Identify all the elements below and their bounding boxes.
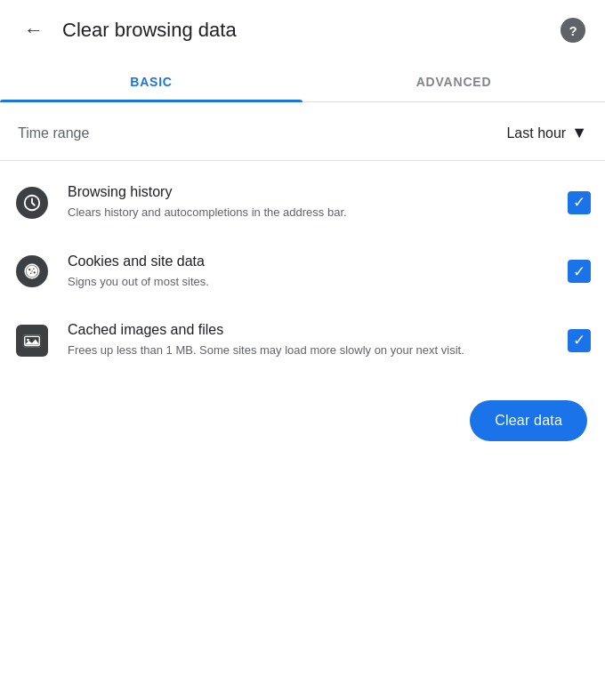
- help-button[interactable]: ?: [555, 12, 591, 48]
- cached-item[interactable]: Cached images and files Frees up less th…: [0, 306, 605, 375]
- clear-data-button[interactable]: Clear data: [470, 400, 587, 441]
- svg-point-7: [30, 273, 32, 275]
- svg-point-5: [33, 269, 35, 270]
- svg-point-13: [27, 338, 29, 341]
- help-icon: ?: [561, 18, 585, 43]
- image-icon: [14, 323, 50, 358]
- cookies-desc: Signs you out of most sites.: [68, 273, 550, 291]
- checkmark-icon: ✓: [573, 195, 585, 210]
- svg-point-8: [31, 271, 32, 272]
- chevron-down-icon: ▼: [571, 124, 587, 142]
- data-items-list: Browsing history Clears history and auto…: [0, 161, 605, 382]
- checkmark-icon: ✓: [573, 333, 585, 348]
- svg-point-4: [28, 269, 30, 270]
- browsing-history-desc: Clears history and autocompletions in th…: [68, 204, 550, 221]
- time-range-label: Time range: [18, 125, 506, 141]
- cached-checkbox[interactable]: ✓: [568, 329, 591, 352]
- cached-title: Cached images and files: [68, 322, 550, 338]
- cookies-title: Cookies and site data: [68, 253, 550, 270]
- tab-advanced[interactable]: ADVANCED: [302, 60, 605, 101]
- browsing-history-checkbox[interactable]: ✓: [568, 191, 591, 214]
- back-arrow-icon: ←: [24, 19, 44, 42]
- page-title: Clear browsing data: [62, 19, 555, 42]
- time-range-row: Time range Last hour ▼: [0, 106, 605, 160]
- browsing-history-title: Browsing history: [68, 184, 550, 200]
- cached-desc: Frees up less than 1 MB. Some sites may …: [68, 342, 550, 359]
- time-range-dropdown[interactable]: Last hour ▼: [506, 124, 587, 142]
- browsing-history-text: Browsing history Clears history and auto…: [68, 184, 550, 221]
- tab-bar: BASIC ADVANCED: [0, 60, 605, 102]
- svg-point-6: [34, 272, 36, 274]
- back-button[interactable]: ←: [14, 11, 53, 50]
- cookies-checkbox[interactable]: ✓: [568, 260, 591, 283]
- cookies-text: Cookies and site data Signs you out of m…: [68, 253, 550, 291]
- browsing-history-item[interactable]: Browsing history Clears history and auto…: [0, 168, 605, 237]
- tab-basic[interactable]: BASIC: [0, 60, 302, 101]
- cached-text: Cached images and files Frees up less th…: [68, 322, 550, 359]
- cookies-item[interactable]: Cookies and site data Signs you out of m…: [0, 237, 605, 307]
- checkmark-icon: ✓: [573, 264, 585, 279]
- cookie-icon: [14, 253, 50, 289]
- clock-icon: [14, 185, 50, 221]
- footer: Clear data: [0, 382, 605, 463]
- header: ← Clear browsing data ?: [0, 0, 605, 60]
- time-range-value: Last hour: [506, 125, 566, 141]
